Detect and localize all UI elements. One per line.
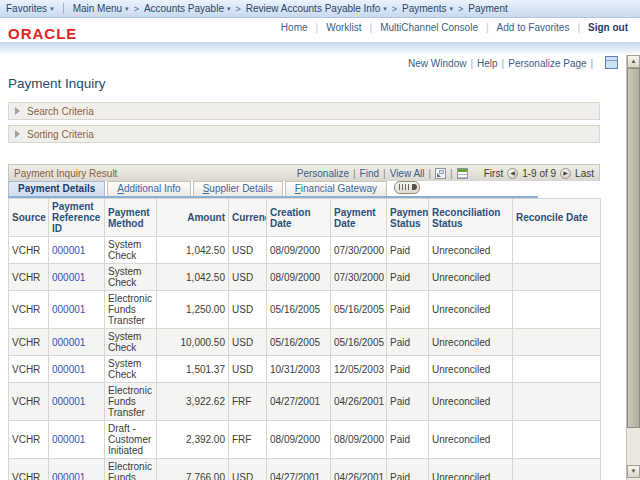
brand-band: ORACLE Home|Worklist|MultiChannel Consol… [0,18,640,42]
download-grid-icon[interactable] [457,168,468,179]
creation-date-cell: 08/09/2000 [267,421,331,459]
breadcrumb-item[interactable]: Review Accounts Payable Info▾ [246,3,387,14]
header-link-sign-out[interactable]: Sign out [588,22,628,33]
payment-date-cell: 05/16/2005 [331,329,387,356]
source-cell: VCHR [9,237,49,264]
table-row: VCHR000001System Check1,042.50USD08/09/2… [9,264,601,291]
amount-cell: 1,042.50 [157,264,229,291]
payment-reference-link[interactable]: 000001 [52,472,85,480]
breadcrumb-item[interactable]: Payments▾ [402,3,453,14]
tab-financial-gateway[interactable]: Financial Gateway [285,181,387,196]
scrollbar-thumb[interactable] [627,68,640,428]
vertical-scrollbar[interactable]: ▲ ▼ [626,55,640,480]
separator: | [370,22,373,33]
payment-reference-link[interactable]: 000001 [52,272,85,283]
payment-method-cell: Electronic Funds Transfer [105,459,157,480]
show-all-columns-button[interactable] [394,181,420,194]
payment-status-cell: Paid [387,264,429,291]
separator: | [429,168,432,179]
section-sorting-criteria[interactable]: Sorting Criteria [8,125,600,143]
payment-method-cell: System Check [105,264,157,291]
currency-cell: USD [229,237,267,264]
column-header-reconcile-date: Reconcile Date [513,199,601,237]
tab-additional-info[interactable]: Additional Info [107,181,190,196]
separator: | [502,58,505,69]
breadcrumb-item[interactable]: Main Menu▾ [73,3,129,14]
payment-status-cell: Paid [387,291,429,329]
favorites-menu[interactable]: Favorites ▾ [6,3,54,14]
scroll-down-button[interactable]: ▼ [627,465,640,478]
amount-cell: 1,250.00 [157,291,229,329]
payment-status-cell: Paid [387,383,429,421]
column-header-reconciliation-status: Reconciliation Status [429,199,513,237]
breadcrumb-separator: > [235,4,240,14]
reconciliation-status-cell: Unreconciled [429,383,513,421]
reconciliation-status-cell: Unreconciled [429,237,513,264]
payment-reference-link[interactable]: 000001 [52,434,85,445]
tab-supplier-details[interactable]: Supplier Details [193,181,283,196]
breadcrumb-separator: > [134,4,139,14]
section-search-criteria[interactable]: Search Criteria [8,102,600,120]
header-link-multichannel-console[interactable]: MultiChannel Console [380,22,478,33]
payment-method-cell: Electronic Funds Transfer [105,291,157,329]
breadcrumb-item[interactable]: Payment [468,3,507,14]
grid-link-personalize[interactable]: Personalize [297,168,349,179]
payment-method-cell: System Check [105,329,157,356]
scroll-up-button[interactable]: ▲ [627,55,640,68]
payment-reference-cell: 000001 [49,356,105,383]
amount-cell: 3,922.62 [157,383,229,421]
table-row: VCHR000001Draft - Customer Initiated2,39… [9,421,601,459]
favorites-label: Favorites [6,3,47,14]
chevron-down-icon: ▾ [227,5,231,13]
next-page-icon[interactable]: ▶ [560,168,571,179]
reconciliation-status-cell: Unreconciled [429,356,513,383]
header-link-add-to-favorites[interactable]: Add to Favorites [497,22,570,33]
reconcile-date-cell [513,421,601,459]
currency-cell: FRF [229,383,267,421]
creation-date-cell: 04/27/2001 [267,459,331,480]
grid-link-find[interactable]: Find [360,168,379,179]
separator: | [470,58,473,69]
zoom-grid-icon[interactable] [435,168,446,179]
payment-status-cell: Paid [387,421,429,459]
payment-date-cell: 07/30/2000 [331,237,387,264]
header-link-worklist[interactable]: Worklist [326,22,361,33]
amount-cell: 1,042.50 [157,237,229,264]
page-link-help[interactable]: Help [477,58,498,69]
payment-reference-link[interactable]: 000001 [52,364,85,375]
payment-reference-link[interactable]: 000001 [52,304,85,315]
breadcrumb-item[interactable]: Accounts Payable▾ [144,3,231,14]
payment-reference-cell: 000001 [49,421,105,459]
source-cell: VCHR [9,421,49,459]
header-links: Home|Worklist|MultiChannel Console|Add t… [281,22,628,33]
currency-cell: USD [229,291,267,329]
chevron-down-icon: ▾ [125,5,129,13]
currency-cell: USD [229,459,267,480]
payment-date-cell: 07/30/2000 [331,264,387,291]
payment-reference-link[interactable]: 000001 [52,245,85,256]
last-link[interactable]: Last [575,168,594,179]
page-toolbar: New Window|Help|Personalize Page| [0,56,640,69]
grid-tabs: Payment DetailsAdditional InfoSupplier D… [8,181,538,198]
http-link-icon[interactable] [605,56,618,69]
grid-link-view-all[interactable]: View All [390,168,425,179]
page-link-new-window[interactable]: New Window [408,58,466,69]
separator: | [450,168,453,179]
previous-page-icon[interactable]: ◀ [507,168,518,179]
page-link-personalize-page[interactable]: Personalize Page [508,58,586,69]
payment-status-cell: Paid [387,459,429,480]
header-link-home[interactable]: Home [281,22,308,33]
payment-reference-cell: 000001 [49,237,105,264]
pagination-range: 1-9 of 9 [522,168,556,179]
reconcile-date-cell [513,237,601,264]
tab-payment-details[interactable]: Payment Details [8,181,105,196]
separator: | [353,168,356,179]
reconciliation-status-cell: Unreconciled [429,329,513,356]
creation-date-cell: 08/09/2000 [267,264,331,291]
source-cell: VCHR [9,383,49,421]
payment-reference-link[interactable]: 000001 [52,396,85,407]
creation-date-cell: 05/16/2005 [267,329,331,356]
pagination: First ◀ 1-9 of 9 ▶ Last [484,168,594,179]
first-link[interactable]: First [484,168,503,179]
payment-reference-link[interactable]: 000001 [52,337,85,348]
